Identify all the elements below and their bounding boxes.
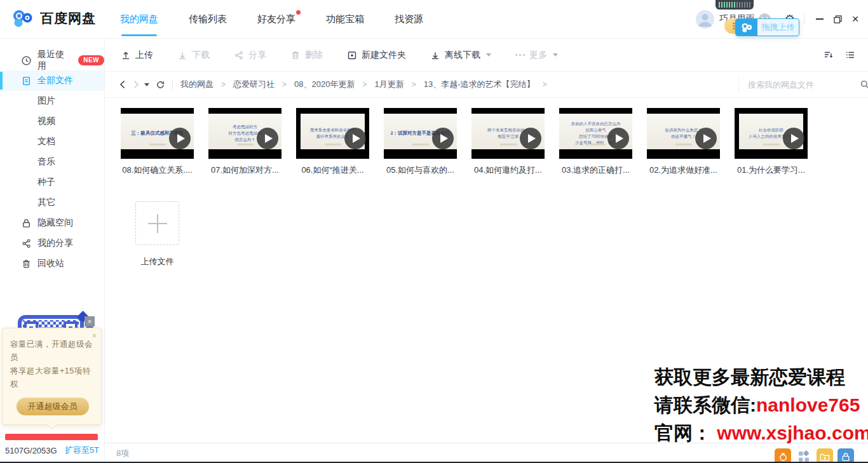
tab-find-resources[interactable]: 找资源	[392, 1, 426, 38]
file-card[interactable]: 用关系去要求和命令对方履行关系里的义务 06.如何“推进关...	[296, 108, 369, 176]
file-name[interactable]: 05.如何与喜欢的...	[384, 164, 457, 176]
video-thumbnail[interactable]: 喜欢的人不喜欢自己怎么办别灰心丧气总结了7000块课程少走弯路、省时、省力	[559, 108, 632, 159]
sidebar: 最近使用 NEW 全部文件 图片 视频 文档 音乐 种子 其它 隐藏空间	[0, 39, 105, 462]
quick-icons	[775, 448, 854, 463]
tab-friend-share[interactable]: 好友分享	[255, 1, 298, 38]
play-button-icon[interactable]	[344, 128, 366, 149]
sidebar-item-pictures[interactable]: 图片	[0, 91, 104, 111]
apps-grid-icon[interactable]	[796, 448, 812, 463]
file-card[interactable]: 社会价值阶段人与人之间价值关系方法 01.为什么要学习...	[735, 108, 808, 176]
delete-button[interactable]: 删除	[290, 50, 323, 61]
file-card[interactable]: 2：试探对方是不是喜欢自己 05.如何与喜欢的...	[384, 108, 457, 176]
document-icon	[21, 76, 32, 86]
list-view-icon[interactable]	[845, 50, 855, 60]
sidebar-item-label: 隐藏空间	[37, 217, 73, 229]
file-name[interactable]: 07.如何加深对方...	[208, 164, 281, 176]
video-thumbnail[interactable]: 考虑甩掉对方对方也考虑甩掉你你怎么办？	[208, 108, 281, 159]
play-button-icon[interactable]	[520, 128, 541, 149]
play-button-icon[interactable]	[695, 128, 717, 149]
sidebar-item-recent[interactable]: 最近使用 NEW	[0, 50, 104, 70]
file-name[interactable]: 03.追求的正确打...	[559, 164, 632, 176]
sidebar-item-hidden-space[interactable]: 隐藏空间	[0, 213, 104, 233]
popup-close-icon[interactable]: ×	[92, 331, 97, 340]
breadcrumb-separator: >	[412, 80, 416, 89]
sidebar-item-my-shares[interactable]: 我的分享	[0, 233, 104, 253]
file-name[interactable]: 08.如何确立关系....	[121, 164, 194, 176]
play-button-icon[interactable]	[169, 128, 191, 149]
file-card[interactable]: 三：极具仪式感和严肃性 08.如何确立关系....	[121, 108, 194, 176]
sidebar-item-label: 我的分享	[37, 238, 73, 249]
app-logo: 百度网盘	[11, 8, 96, 29]
tab-label: 传输列表	[189, 13, 227, 24]
new-badge: NEW	[78, 55, 104, 65]
qr-close-icon[interactable]: ×	[85, 316, 95, 326]
file-card[interactable]: 告诉你为什么失恋！你还不服气！ 02.为追求做好准...	[647, 108, 720, 176]
safe-lock-icon[interactable]	[837, 448, 854, 463]
chevron-down-icon	[553, 53, 558, 57]
search-icon[interactable]	[860, 79, 868, 90]
video-thumbnail[interactable]: 三：极具仪式感和严肃性	[121, 108, 194, 159]
sidebar-item-recycle-bin[interactable]: 回收站	[0, 253, 104, 274]
close-button[interactable]: ×	[846, 10, 864, 28]
forward-icon[interactable]	[129, 77, 143, 91]
file-name[interactable]: 01.为什么要学习...	[735, 164, 808, 176]
file-card[interactable]: 喜欢的人不喜欢自己怎么办别灰心丧气总结了7000块课程少走弯路、省时、省力 03…	[559, 108, 632, 176]
offline-download-button[interactable]: 离线下载	[430, 50, 491, 61]
file-name[interactable]: 02.为追求做好准...	[647, 164, 720, 176]
file-name[interactable]: 06.如何“推进关...	[296, 164, 369, 176]
file-name[interactable]: 04.如何邀约及打...	[471, 164, 545, 176]
watermark-line3: 官网： www.xsjhao.com	[654, 419, 868, 447]
play-button-icon[interactable]	[257, 128, 278, 149]
file-grid: 三：极具仪式感和严肃性 08.如何确立关系.... 考虑甩掉对方对方也考虑甩掉你…	[105, 98, 868, 176]
share-button[interactable]: 分享	[234, 50, 266, 61]
play-button-icon[interactable]	[783, 128, 804, 149]
sidebar-item-label: 文档	[37, 136, 55, 147]
sidebar-item-all-files[interactable]: 全部文件	[0, 70, 104, 91]
sidebar-item-torrents[interactable]: 种子	[0, 172, 104, 192]
search-input[interactable]	[748, 80, 860, 90]
clock-icon	[21, 55, 32, 66]
tab-my-drive[interactable]: 我的网盘	[118, 1, 161, 38]
video-thumbnail[interactable]: 两个本来互相喜欢的人相忘于江湖	[471, 108, 545, 159]
upload-file-tile[interactable]	[135, 201, 179, 245]
video-thumbnail[interactable]: 社会价值阶段人与人之间价值关系方法	[735, 108, 808, 159]
active-tab-underline	[121, 34, 157, 36]
minimize-button[interactable]	[811, 10, 829, 28]
play-button-icon[interactable]	[607, 128, 629, 149]
drag-upload-overlay[interactable]: 拖拽上传	[735, 18, 799, 36]
tab-toolbox[interactable]: 功能宝箱	[323, 1, 367, 38]
back-icon[interactable]	[115, 77, 129, 91]
sidebar-item-documents[interactable]: 文档	[0, 131, 104, 152]
video-thumbnail[interactable]: 用关系去要求和命令对方履行关系里的义务	[296, 108, 369, 159]
file-card[interactable]: 考虑甩掉对方对方也考虑甩掉你你怎么办？ 07.如何加深对方...	[208, 108, 281, 176]
new-folder-button[interactable]: 新建文件夹	[347, 50, 406, 61]
breadcrumb-item[interactable]: 我的网盘	[180, 79, 214, 90]
refresh-icon[interactable]	[153, 77, 167, 91]
history-chevron-icon[interactable]	[144, 83, 149, 86]
breadcrumb-item[interactable]: 13、李越-追求的艺术【完结】	[424, 79, 535, 90]
avatar[interactable]	[696, 10, 714, 29]
activity-gift-icon[interactable]	[775, 448, 791, 463]
breadcrumb-item[interactable]: 08、2020年更新	[294, 79, 355, 90]
auto-backup-folder-icon[interactable]	[817, 448, 833, 463]
download-button[interactable]: 下载	[177, 50, 210, 61]
breadcrumb-item[interactable]: 恋爱研习社	[233, 79, 275, 90]
sidebar-item-videos[interactable]: 视频	[0, 111, 104, 131]
sort-icon[interactable]	[824, 50, 834, 60]
file-card[interactable]: 两个本来互相喜欢的人相忘于江湖 04.如何邀约及打...	[471, 108, 545, 176]
video-thumbnail[interactable]: 告诉你为什么失恋！你还不服气！	[647, 108, 720, 159]
trash-icon	[290, 50, 301, 60]
restore-button[interactable]	[829, 10, 846, 28]
sidebar-item-music[interactable]: 音乐	[0, 152, 104, 172]
sidebar-item-others[interactable]: 其它	[0, 192, 104, 213]
breadcrumb-item[interactable]: 1月更新	[374, 79, 403, 90]
tab-transfer-list[interactable]: 传输列表	[186, 1, 229, 38]
open-super-vip-button[interactable]: 开通超级会员	[17, 398, 89, 415]
upload-button[interactable]: 上传	[121, 50, 153, 61]
watermark-line3-prefix: 官网：	[654, 422, 717, 443]
video-thumbnail[interactable]: 2：试探对方是不是喜欢自己	[384, 108, 457, 159]
breadcrumb-separator: >	[542, 80, 546, 89]
play-button-icon[interactable]	[432, 128, 454, 149]
more-button[interactable]: 更多	[515, 50, 558, 61]
expand-capacity-link[interactable]: 扩容至5T	[65, 445, 99, 456]
